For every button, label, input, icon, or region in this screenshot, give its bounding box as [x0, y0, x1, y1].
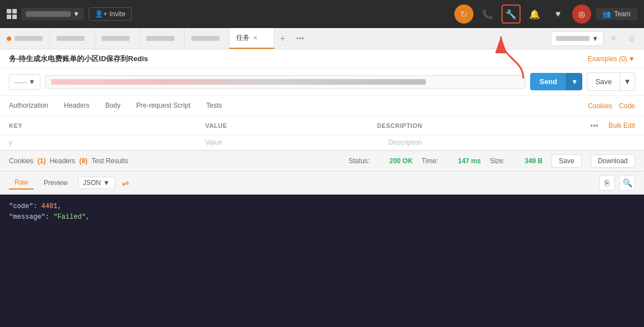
send-button[interactable]: Send [530, 73, 566, 90]
bell-button[interactable]: 🔔 [525, 4, 544, 24]
bulk-edit-button[interactable]: Bulk Edit [609, 122, 635, 130]
json-key-message: "message" [9, 213, 45, 221]
tab-item-0[interactable] [0, 28, 50, 49]
eye-button[interactable]: 👁 [606, 31, 622, 47]
tab-close-button[interactable]: ✕ [253, 35, 257, 41]
search-icon: 🔍 [623, 178, 632, 187]
settings-icon: ⚙ [628, 34, 636, 43]
format-icon-button[interactable]: ⇌ [119, 177, 131, 190]
add-icon: + [280, 34, 285, 44]
body-label: Body [105, 102, 120, 109]
cookies-tab-label: Cookies [9, 157, 33, 165]
url-value [51, 79, 426, 85]
wrench-button[interactable]: 🔧 [502, 4, 521, 24]
format-arrow: ▼ [103, 179, 110, 187]
phone-button[interactable]: 📞 [478, 4, 497, 24]
save-response-button[interactable]: Save [551, 154, 581, 168]
examples-link[interactable]: Examples (0) ▼ [587, 55, 635, 63]
tab-label-1 [57, 36, 85, 41]
sync-icon: ↻ [460, 9, 467, 20]
cookies-count: (1) [35, 157, 45, 165]
brand-logo [7, 9, 17, 19]
cookies-tab[interactable]: Cookies (1) [9, 157, 45, 165]
tab-add-button[interactable]: + [274, 28, 291, 49]
heart-button[interactable]: ♥ [549, 4, 568, 24]
workspace-selector[interactable]: ▼ [21, 8, 84, 20]
sync-button[interactable]: ↻ [454, 4, 473, 24]
params-table-row: y Value Description [0, 135, 644, 150]
search-button[interactable]: 🔍 [619, 175, 635, 191]
code-link[interactable]: Code [619, 102, 635, 110]
download-button[interactable]: Download [591, 154, 635, 168]
environment-selector[interactable]: ▼ [551, 31, 604, 46]
tabs-right: ▼ 👁 ⚙ [551, 28, 644, 49]
team-button[interactable]: 👥 Team [596, 8, 637, 20]
tab-item-5-active[interactable]: 任务 ✕ [229, 28, 274, 49]
test-results-label: Test Results [91, 157, 128, 165]
json-line-1: "code": 4401, [9, 201, 635, 212]
time-label: Time: [422, 157, 439, 165]
tab-body[interactable]: Body [97, 96, 128, 116]
tab-item-2[interactable] [95, 28, 140, 49]
test-results-tab[interactable]: Test Results [91, 157, 128, 165]
tab-headers[interactable]: Headers [56, 96, 97, 116]
format-icon: ⇌ [122, 178, 129, 188]
response-view-bar: Raw Preview JSON ▼ ⇌ ⎘ 🔍 [0, 172, 644, 195]
send-dropdown-button[interactable]: ▼ [566, 73, 582, 90]
url-input[interactable] [45, 75, 526, 89]
params-table-header: KEY VALUE DESCRIPTION ••• Bulk Edit [0, 117, 644, 135]
tab-item-3[interactable] [140, 28, 185, 49]
json-line-2: "message": "Failed", [9, 212, 635, 223]
save-label: Save [595, 77, 612, 86]
tab-label-0 [15, 36, 43, 41]
method-selector[interactable]: —— ▼ [9, 74, 40, 90]
json-value-code: 4401 [37, 202, 57, 210]
size-label: Size: [490, 157, 505, 165]
raw-label: Raw [15, 178, 28, 186]
main-content: 任务 ✕ + ••• ▼ 👁 ⚙ 务-待生成水电费账单的小区ID保存到Redis… [0, 28, 644, 327]
url-bar: —— ▼ Send ▼ Save ▼ [0, 68, 644, 96]
request-title-bar: 务-待生成水电费账单的小区ID保存到Redis Examples (0) ▼ [0, 49, 644, 68]
param-value-cell[interactable]: Value [205, 139, 388, 146]
tab-pre-request[interactable]: Pre-request Script [128, 96, 199, 116]
tab-item-1[interactable] [50, 28, 95, 49]
raw-tab[interactable]: Raw [9, 176, 34, 190]
request-title: 务-待生成水电费账单的小区ID保存到Redis [9, 54, 148, 64]
param-description-cell[interactable]: Description [388, 139, 601, 146]
settings-button[interactable]: ⚙ [624, 31, 640, 47]
headers-tab[interactable]: Headers (9) [50, 157, 88, 165]
tab-tests[interactable]: Tests [198, 96, 229, 116]
preview-tab[interactable]: Preview [38, 177, 73, 189]
phone-icon: 📞 [482, 9, 493, 20]
params-tab-right: Cookies Code [588, 102, 635, 110]
headers-label: Headers [64, 102, 89, 109]
team-icon: 👥 [602, 10, 611, 18]
tab-more-button[interactable]: ••• [291, 28, 310, 49]
save-button[interactable]: Save [587, 72, 620, 91]
response-tabs: Cookies (1) Headers (9) Test Results [9, 157, 128, 165]
tab-authorization[interactable]: Authorization [9, 96, 56, 116]
method-label: —— [14, 79, 26, 85]
format-selector[interactable]: JSON ▼ [78, 177, 115, 189]
avatar-button[interactable]: ◎ [572, 4, 591, 24]
team-label: Team [614, 10, 631, 18]
workspace-name-text [26, 11, 71, 17]
save-dropdown-button[interactable]: ▼ [620, 72, 635, 91]
status-value: 200 OK [389, 157, 412, 165]
table-dots-button[interactable]: ••• [590, 121, 599, 130]
eye-icon: 👁 [610, 34, 618, 43]
copy-button[interactable]: ⎘ [599, 175, 615, 191]
send-dropdown-arrow: ▼ [571, 78, 578, 86]
param-key-cell[interactable]: y [9, 139, 205, 146]
col-description-header: DESCRIPTION [377, 122, 590, 129]
cookies-link[interactable]: Cookies [588, 102, 612, 110]
size-value: 349 B [525, 157, 542, 165]
wrench-icon: 🔧 [505, 9, 517, 20]
invite-icon: 👤+ [95, 10, 107, 18]
invite-button[interactable]: 👤+ Invite [89, 7, 132, 21]
authorization-label: Authorization [9, 102, 48, 109]
tab-item-4[interactable] [185, 28, 229, 49]
params-tabs: Authorization Headers Body Pre-request S… [0, 96, 644, 117]
copy-icon: ⎘ [605, 178, 609, 187]
col-key-header: KEY [9, 122, 205, 129]
